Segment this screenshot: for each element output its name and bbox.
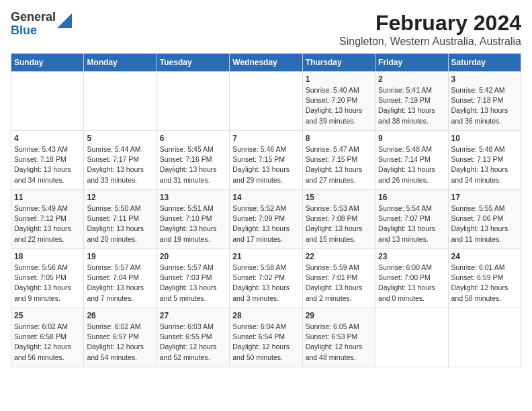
calendar-cell: 7Sunrise: 5:46 AM Sunset: 7:15 PM Daylig…	[230, 131, 302, 190]
day-info: Sunrise: 5:47 AM Sunset: 7:15 PM Dayligh…	[306, 144, 372, 185]
day-info: Sunrise: 5:42 AM Sunset: 7:18 PM Dayligh…	[451, 85, 518, 126]
day-info: Sunrise: 5:56 AM Sunset: 7:05 PM Dayligh…	[14, 263, 81, 304]
calendar-cell: 25Sunrise: 6:02 AM Sunset: 6:58 PM Dayli…	[11, 308, 84, 367]
calendar-header: SundayMondayTuesdayWednesdayThursdayFrid…	[11, 54, 521, 72]
calendar-cell: 14Sunrise: 5:52 AM Sunset: 7:09 PM Dayli…	[230, 190, 302, 249]
day-info: Sunrise: 5:57 AM Sunset: 7:03 PM Dayligh…	[160, 263, 226, 304]
day-number: 26	[87, 311, 153, 320]
calendar-cell: 8Sunrise: 5:47 AM Sunset: 7:15 PM Daylig…	[302, 131, 375, 190]
calendar-cell: 18Sunrise: 5:56 AM Sunset: 7:05 PM Dayli…	[11, 249, 84, 308]
calendar-cell: 9Sunrise: 5:48 AM Sunset: 7:14 PM Daylig…	[375, 131, 448, 190]
day-number: 21	[232, 252, 299, 261]
logo-icon	[57, 13, 72, 28]
day-number: 2	[378, 75, 445, 84]
day-info: Sunrise: 6:02 AM Sunset: 6:57 PM Dayligh…	[87, 322, 153, 363]
calendar-cell: 27Sunrise: 6:03 AM Sunset: 6:55 PM Dayli…	[157, 308, 229, 367]
day-info: Sunrise: 5:45 AM Sunset: 7:16 PM Dayligh…	[160, 144, 226, 185]
day-info: Sunrise: 5:41 AM Sunset: 7:19 PM Dayligh…	[378, 85, 445, 126]
day-info: Sunrise: 5:55 AM Sunset: 7:06 PM Dayligh…	[451, 203, 518, 244]
calendar-cell: 17Sunrise: 5:55 AM Sunset: 7:06 PM Dayli…	[448, 190, 521, 249]
week-row-1: 1Sunrise: 5:40 AM Sunset: 7:20 PM Daylig…	[11, 72, 521, 131]
day-number: 18	[14, 252, 81, 261]
day-header-saturday: Saturday	[448, 54, 521, 72]
day-info: Sunrise: 5:46 AM Sunset: 7:15 PM Dayligh…	[232, 144, 299, 185]
calendar-cell: 24Sunrise: 6:01 AM Sunset: 6:59 PM Dayli…	[448, 249, 521, 308]
day-number: 23	[378, 252, 445, 261]
day-info: Sunrise: 5:57 AM Sunset: 7:04 PM Dayligh…	[87, 263, 153, 304]
day-info: Sunrise: 5:48 AM Sunset: 7:13 PM Dayligh…	[451, 144, 518, 185]
day-number: 11	[14, 193, 81, 202]
svg-marker-0	[57, 13, 72, 28]
calendar-cell	[375, 308, 448, 367]
calendar-cell: 10Sunrise: 5:48 AM Sunset: 7:13 PM Dayli…	[448, 131, 521, 190]
calendar-cell: 28Sunrise: 6:04 AM Sunset: 6:54 PM Dayli…	[230, 308, 302, 367]
day-header-thursday: Thursday	[302, 54, 375, 72]
page-title: February 2024	[339, 11, 521, 36]
day-header-sunday: Sunday	[11, 54, 84, 72]
day-info: Sunrise: 5:53 AM Sunset: 7:08 PM Dayligh…	[306, 203, 372, 244]
day-header-wednesday: Wednesday	[230, 54, 302, 72]
calendar-cell: 11Sunrise: 5:49 AM Sunset: 7:12 PM Dayli…	[11, 190, 84, 249]
calendar-cell	[448, 308, 521, 367]
calendar-cell	[84, 72, 157, 131]
calendar-cell: 1Sunrise: 5:40 AM Sunset: 7:20 PM Daylig…	[302, 72, 375, 131]
day-number: 14	[232, 193, 299, 202]
day-number: 29	[306, 311, 372, 320]
calendar-table: SundayMondayTuesdayWednesdayThursdayFrid…	[11, 53, 521, 367]
logo-text: General Blue	[11, 11, 56, 38]
day-info: Sunrise: 6:01 AM Sunset: 6:59 PM Dayligh…	[451, 263, 518, 304]
week-row-3: 11Sunrise: 5:49 AM Sunset: 7:12 PM Dayli…	[11, 190, 521, 249]
calendar-cell: 2Sunrise: 5:41 AM Sunset: 7:19 PM Daylig…	[375, 72, 448, 131]
day-number: 9	[378, 134, 445, 143]
title-block: February 2024 Singleton, Western Austral…	[339, 11, 521, 48]
day-number: 20	[160, 252, 226, 261]
day-info: Sunrise: 6:05 AM Sunset: 6:53 PM Dayligh…	[306, 322, 372, 363]
calendar-cell: 6Sunrise: 5:45 AM Sunset: 7:16 PM Daylig…	[157, 131, 229, 190]
calendar-cell: 5Sunrise: 5:44 AM Sunset: 7:17 PM Daylig…	[84, 131, 157, 190]
day-header-friday: Friday	[375, 54, 448, 72]
day-number: 28	[232, 311, 299, 320]
calendar-cell: 29Sunrise: 6:05 AM Sunset: 6:53 PM Dayli…	[302, 308, 375, 367]
day-number: 8	[306, 134, 372, 143]
calendar-cell	[157, 72, 229, 131]
calendar-body: 1Sunrise: 5:40 AM Sunset: 7:20 PM Daylig…	[11, 72, 521, 367]
day-info: Sunrise: 5:40 AM Sunset: 7:20 PM Dayligh…	[306, 85, 372, 126]
week-row-5: 25Sunrise: 6:02 AM Sunset: 6:58 PM Dayli…	[11, 308, 521, 367]
calendar-cell: 19Sunrise: 5:57 AM Sunset: 7:04 PM Dayli…	[84, 249, 157, 308]
calendar-cell	[230, 72, 302, 131]
day-info: Sunrise: 5:44 AM Sunset: 7:17 PM Dayligh…	[87, 144, 153, 185]
week-row-2: 4Sunrise: 5:43 AM Sunset: 7:18 PM Daylig…	[11, 131, 521, 190]
calendar-cell: 23Sunrise: 6:00 AM Sunset: 7:00 PM Dayli…	[375, 249, 448, 308]
day-info: Sunrise: 5:43 AM Sunset: 7:18 PM Dayligh…	[14, 144, 81, 185]
day-number: 24	[451, 252, 518, 261]
calendar-cell: 12Sunrise: 5:50 AM Sunset: 7:11 PM Dayli…	[84, 190, 157, 249]
day-number: 19	[87, 252, 153, 261]
day-number: 3	[451, 75, 518, 84]
calendar-cell: 20Sunrise: 5:57 AM Sunset: 7:03 PM Dayli…	[157, 249, 229, 308]
day-number: 4	[14, 134, 81, 143]
day-number: 27	[160, 311, 226, 320]
day-number: 22	[306, 252, 372, 261]
day-info: Sunrise: 6:03 AM Sunset: 6:55 PM Dayligh…	[160, 322, 226, 363]
calendar-cell: 16Sunrise: 5:54 AM Sunset: 7:07 PM Dayli…	[375, 190, 448, 249]
day-number: 7	[232, 134, 299, 143]
calendar-cell: 22Sunrise: 5:59 AM Sunset: 7:01 PM Dayli…	[302, 249, 375, 308]
week-row-4: 18Sunrise: 5:56 AM Sunset: 7:05 PM Dayli…	[11, 249, 521, 308]
calendar-cell: 26Sunrise: 6:02 AM Sunset: 6:57 PM Dayli…	[84, 308, 157, 367]
day-info: Sunrise: 5:59 AM Sunset: 7:01 PM Dayligh…	[306, 263, 372, 304]
calendar-cell	[11, 72, 84, 131]
day-number: 17	[451, 193, 518, 202]
day-info: Sunrise: 6:02 AM Sunset: 6:58 PM Dayligh…	[14, 322, 81, 363]
day-number: 6	[160, 134, 226, 143]
day-number: 15	[306, 193, 372, 202]
calendar-cell: 15Sunrise: 5:53 AM Sunset: 7:08 PM Dayli…	[302, 190, 375, 249]
calendar-cell: 4Sunrise: 5:43 AM Sunset: 7:18 PM Daylig…	[11, 131, 84, 190]
day-info: Sunrise: 5:48 AM Sunset: 7:14 PM Dayligh…	[378, 144, 445, 185]
page-subtitle: Singleton, Western Australia, Australia	[339, 36, 521, 48]
day-number: 5	[87, 134, 153, 143]
day-number: 16	[378, 193, 445, 202]
calendar-cell: 3Sunrise: 5:42 AM Sunset: 7:18 PM Daylig…	[448, 72, 521, 131]
day-number: 10	[451, 134, 518, 143]
day-info: Sunrise: 5:50 AM Sunset: 7:11 PM Dayligh…	[87, 203, 153, 244]
logo: General Blue	[11, 11, 72, 38]
